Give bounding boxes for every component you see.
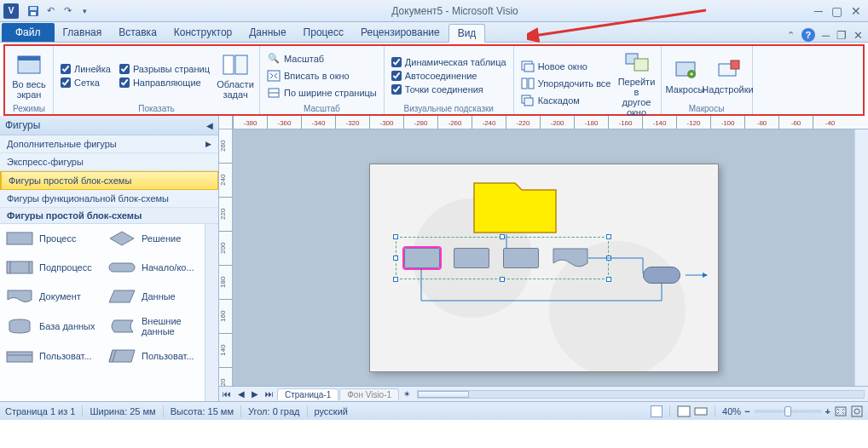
page-tab-1[interactable]: Страница-1 xyxy=(277,388,339,400)
page-nav-next-icon[interactable]: ▶ xyxy=(248,389,262,399)
zoom-slider[interactable] xyxy=(754,410,822,413)
switch-window-icon xyxy=(623,49,651,75)
drawing-page[interactable] xyxy=(369,164,719,372)
page-add-icon[interactable]: ✶ xyxy=(400,389,414,399)
scrollbar-horizontal[interactable] xyxy=(417,390,865,399)
addins-button[interactable]: Надстройки xyxy=(708,55,749,96)
svg-point-39 xyxy=(854,409,859,414)
fullscreen-button[interactable]: Во весь экран xyxy=(9,50,49,101)
tab-data[interactable]: Данные xyxy=(240,23,294,42)
svg-rect-8 xyxy=(268,71,280,81)
ribbon-view: Во весь экран Режимы Линейка Сетка Разры… xyxy=(3,44,865,116)
page-nav-last-icon[interactable]: ⏭ xyxy=(262,389,277,399)
doc-restore-icon[interactable]: ❐ xyxy=(836,29,847,42)
status-page: Страница 1 из 1 xyxy=(5,406,75,416)
scrollbar-vertical[interactable] xyxy=(854,129,868,386)
macros-icon xyxy=(672,57,699,83)
view-wide-icon[interactable] xyxy=(694,405,708,417)
new-window-button[interactable]: Новое окно xyxy=(519,59,613,74)
shape-subprocess[interactable]: Подпроцесс xyxy=(0,253,102,282)
tab-review[interactable]: Рецензирование xyxy=(352,23,448,42)
tab-home[interactable]: Главная xyxy=(55,23,111,42)
svg-rect-37 xyxy=(836,407,846,416)
tab-insert[interactable]: Вставка xyxy=(110,23,165,42)
chk-connection-points[interactable]: Точки соединения xyxy=(391,84,506,95)
view-normal-icon[interactable] xyxy=(677,405,691,417)
switch-window-button[interactable]: Перейти в другое окно xyxy=(616,48,657,119)
svg-marker-28 xyxy=(109,290,135,302)
page-tab-bg[interactable]: Фон Visio-1 xyxy=(339,388,399,400)
quick-access-toolbar: V ↶ ↷ ▾ xyxy=(0,3,95,19)
task-panes-button[interactable]: Области задач xyxy=(215,50,256,101)
tab-view[interactable]: Вид xyxy=(448,24,486,43)
shape-document[interactable]: Документ xyxy=(0,282,102,311)
zoom-level[interactable]: 40% xyxy=(722,406,741,416)
chk-grid[interactable]: Сетка xyxy=(61,78,111,88)
close-icon[interactable]: ✕ xyxy=(851,4,861,18)
horizontal-ruler: -380-360-340-320-300-280-260-240-220-200… xyxy=(219,116,868,129)
undo-icon[interactable]: ↶ xyxy=(43,3,58,19)
svg-rect-35 xyxy=(678,406,690,416)
shape-process[interactable]: Процесс xyxy=(0,224,102,253)
main-area: Фигуры◀ Дополнительные фигуры▶ Экспресс-… xyxy=(0,116,868,401)
more-shapes-row[interactable]: Дополнительные фигуры▶ xyxy=(0,135,218,153)
tab-process[interactable]: Процесс xyxy=(295,23,352,42)
chk-ruler[interactable]: Линейка xyxy=(61,64,111,74)
doc-minimize-icon[interactable]: ─ xyxy=(822,29,830,42)
help-icon[interactable]: ? xyxy=(801,28,815,42)
shape-decision[interactable]: Решение xyxy=(102,224,205,253)
chk-autoconnect[interactable]: Автосоединение xyxy=(391,71,506,81)
cascade-button[interactable]: Каскадом xyxy=(519,93,613,108)
express-shapes-row[interactable]: Экспресс-фигуры xyxy=(0,153,218,171)
page-width-button[interactable]: По ширине страницы xyxy=(265,85,379,101)
macro-record-icon[interactable] xyxy=(651,405,663,417)
page-nav-prev-icon[interactable]: ◀ xyxy=(234,389,248,399)
fit-page-icon[interactable] xyxy=(834,405,848,417)
group-label-visual: Визуальные подсказки xyxy=(388,103,510,114)
shapes-pane-title[interactable]: Фигуры◀ xyxy=(0,116,218,135)
ribbon-minimize-icon[interactable]: ⌃ xyxy=(787,30,795,41)
shape-custom1[interactable]: Пользоват... xyxy=(0,342,102,370)
connectors xyxy=(370,164,720,373)
canvas[interactable] xyxy=(233,129,854,386)
macros-button[interactable]: Макросы xyxy=(665,55,706,96)
svg-rect-2 xyxy=(31,12,36,15)
zoom-icon: 🔍 xyxy=(267,52,281,66)
svg-rect-1 xyxy=(30,7,37,10)
chk-pagebreaks[interactable]: Разрывы страниц xyxy=(119,64,210,74)
qat-customize-icon[interactable]: ▾ xyxy=(77,3,92,19)
page-nav-first-icon[interactable]: ⏮ xyxy=(219,389,234,399)
pan-zoom-icon[interactable] xyxy=(851,405,863,417)
simple-flowchart-row[interactable]: Фигуры простой блок-схемы xyxy=(0,171,218,190)
addins-icon xyxy=(715,57,742,83)
shape-data[interactable]: Данные xyxy=(102,282,205,311)
group-label-modes: Режимы xyxy=(9,103,49,114)
minimize-icon[interactable]: ─ xyxy=(814,4,823,18)
collapse-icon[interactable]: ◀ xyxy=(206,121,213,130)
tab-design[interactable]: Конструктор xyxy=(165,23,240,42)
fit-window-button[interactable]: Вписать в окно xyxy=(265,68,379,83)
app-icon[interactable]: V xyxy=(3,3,19,19)
zoom-out-icon[interactable]: − xyxy=(744,406,749,416)
scrollbar-vertical[interactable] xyxy=(205,224,218,401)
shape-external[interactable]: Внешние данные xyxy=(102,311,205,342)
arrange-all-button[interactable]: Упорядочить все xyxy=(519,76,613,91)
chk-dynamic-grid[interactable]: Динамическая таблица xyxy=(391,57,506,67)
shape-terminator[interactable]: Начало/ко... xyxy=(102,253,205,282)
shape-database[interactable]: База данных xyxy=(0,311,102,342)
save-icon[interactable] xyxy=(26,3,41,19)
tab-file[interactable]: Файл xyxy=(2,23,55,42)
chk-guides[interactable]: Направляющие xyxy=(119,78,210,88)
svg-rect-13 xyxy=(529,78,534,89)
zoom-button[interactable]: 🔍Масштаб xyxy=(265,51,379,66)
redo-icon[interactable]: ↷ xyxy=(60,3,75,19)
functional-flowchart-row[interactable]: Фигуры функциональной блок-схемы xyxy=(0,190,218,208)
arrange-icon xyxy=(521,77,535,90)
svg-marker-23 xyxy=(110,232,134,245)
svg-rect-6 xyxy=(223,55,234,74)
zoom-in-icon[interactable]: + xyxy=(825,406,830,416)
ribbon-tabs: Файл Главная Вставка Конструктор Данные … xyxy=(0,22,868,43)
shape-custom2[interactable]: Пользоват... xyxy=(102,342,205,370)
maximize-icon[interactable]: ▢ xyxy=(831,4,842,18)
doc-close-icon[interactable]: ✕ xyxy=(854,29,863,42)
